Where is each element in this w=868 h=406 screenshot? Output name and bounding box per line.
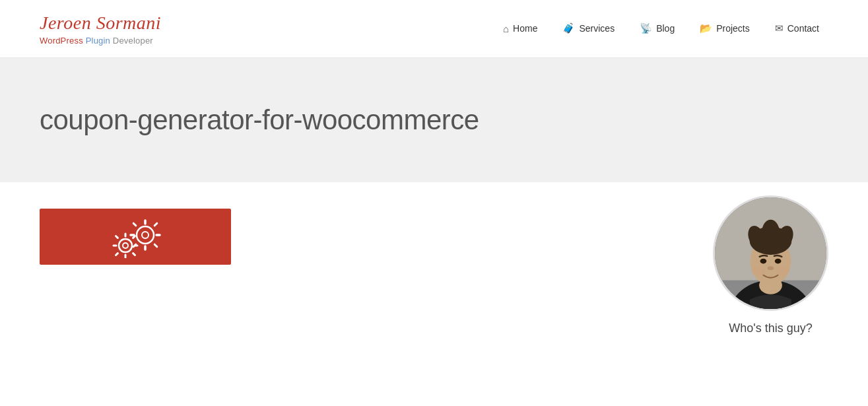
hero-title: coupon-generator-for-woocommerce (40, 104, 828, 136)
svg-point-11 (142, 232, 149, 238)
nav-item-services[interactable]: 🧳 Services (553, 17, 624, 40)
svg-line-8 (116, 253, 118, 255)
svg-line-7 (133, 253, 135, 255)
avatar-svg (715, 195, 826, 311)
svg-point-1 (123, 243, 128, 248)
svg-point-30 (775, 258, 782, 263)
sidebar-right: Who's this guy? (713, 195, 828, 335)
svg-point-10 (137, 226, 154, 244)
svg-line-19 (154, 223, 157, 226)
gears-svg (106, 215, 165, 258)
logo-area: Jeroen Sormani WordPress Plugin Develope… (40, 12, 161, 46)
services-icon: 🧳 (562, 22, 575, 34)
svg-point-29 (760, 258, 767, 263)
nav-item-blog[interactable]: 📡 Blog (630, 17, 684, 40)
svg-point-31 (768, 266, 774, 270)
svg-line-17 (154, 244, 157, 247)
nav-item-home[interactable]: ⌂ Home (494, 18, 547, 40)
logo-subtitle-plugin: Plugin (86, 36, 110, 46)
svg-point-27 (762, 219, 780, 245)
logo-subtitle: WordPress Plugin Developer (40, 36, 161, 46)
blog-icon: 📡 (640, 22, 652, 34)
nav-label-services: Services (579, 23, 615, 34)
nav-item-contact[interactable]: ✉ Contact (766, 17, 828, 40)
logo-name[interactable]: Jeroen Sormani (40, 12, 161, 34)
svg-point-0 (119, 239, 132, 252)
nav-label-projects: Projects (716, 23, 750, 34)
hero-section: coupon-generator-for-woocommerce (0, 58, 868, 182)
nav-label-blog: Blog (656, 23, 675, 34)
logo-subtitle-developer: Developer (113, 36, 153, 46)
contact-icon: ✉ (775, 22, 784, 34)
nav-label-home: Home (513, 23, 537, 34)
svg-line-16 (133, 223, 136, 226)
plugin-thumbnail (40, 209, 231, 265)
site-header: Jeroen Sormani WordPress Plugin Develope… (0, 0, 868, 58)
svg-line-6 (116, 236, 118, 238)
svg-line-9 (133, 236, 135, 238)
gears-icon (106, 215, 165, 258)
who-label: Who's this guy? (729, 321, 813, 335)
nav-item-projects[interactable]: 📂 Projects (690, 17, 759, 40)
main-content: Who's this guy? (0, 182, 868, 367)
nav-label-contact: Contact (787, 23, 819, 34)
logo-subtitle-wordpress: WordPress (40, 36, 83, 46)
projects-icon: 📂 (700, 22, 712, 34)
avatar (713, 195, 828, 311)
svg-point-32 (752, 266, 764, 275)
main-nav: ⌂ Home 🧳 Services 📡 Blog 📂 Projects ✉ Co… (494, 17, 828, 40)
home-icon: ⌂ (503, 23, 509, 34)
svg-point-33 (777, 266, 789, 275)
